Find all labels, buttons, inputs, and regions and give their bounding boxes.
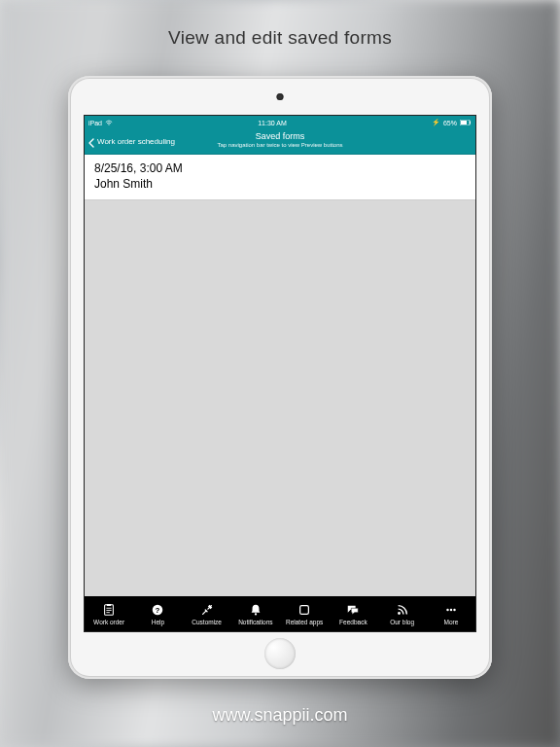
- svg-rect-2: [461, 121, 467, 124]
- more-icon: [443, 602, 459, 618]
- wifi-icon: [105, 120, 113, 126]
- tab-label: Feedback: [339, 619, 368, 625]
- tab-notifications[interactable]: Notifications: [231, 596, 280, 631]
- tools-icon: [199, 602, 215, 618]
- tab-related-apps[interactable]: Related apps: [280, 596, 329, 631]
- tab-label: Our blog: [390, 619, 414, 625]
- content-area[interactable]: 8/25/16, 3:00 AM John Smith: [85, 155, 475, 596]
- camera-dot: [277, 93, 284, 100]
- tab-label: Work order: [93, 619, 124, 625]
- svg-point-10: [255, 613, 257, 615]
- carrier-label: iPad: [88, 120, 102, 126]
- list-item-primary: 8/25/16, 3:00 AM: [94, 160, 466, 176]
- tab-feedback[interactable]: Feedback: [329, 596, 377, 631]
- chat-icon: [345, 602, 361, 618]
- home-button[interactable]: [264, 638, 296, 669]
- svg-rect-4: [107, 604, 111, 606]
- tab-our-blog[interactable]: Our blog: [378, 596, 427, 631]
- app-icon: [297, 602, 312, 618]
- nav-title-group: Saved forms Tap navigation bar twice to …: [217, 131, 342, 149]
- bell-icon: [248, 602, 263, 618]
- battery-icon: [460, 120, 472, 125]
- tab-help[interactable]: ? Help: [133, 596, 182, 631]
- battery-label: 65%: [443, 120, 457, 126]
- nav-bar[interactable]: Work order scheduling Saved forms Tap na…: [85, 129, 475, 155]
- tablet-frame: iPad 11:30 AM ⚡ 65% Work order schedulin…: [68, 76, 492, 679]
- nav-title: Saved forms: [217, 131, 342, 141]
- tab-label: More: [443, 619, 458, 625]
- svg-point-15: [453, 609, 455, 611]
- clipboard-icon: [101, 602, 117, 618]
- tab-bar: Work order ? Help Customize Notification…: [85, 596, 475, 631]
- svg-rect-1: [470, 122, 471, 124]
- svg-point-14: [450, 609, 452, 611]
- tab-more[interactable]: More: [427, 596, 475, 631]
- footer-url: www.snappii.com: [0, 705, 560, 726]
- nav-subtitle: Tap navigation bar twice to view Preview…: [217, 141, 342, 149]
- hero-headline: View and edit saved forms: [0, 27, 560, 49]
- tab-label: Notifications: [238, 619, 272, 625]
- list-item-secondary: John Smith: [94, 176, 466, 192]
- list-item[interactable]: 8/25/16, 3:00 AM John Smith: [85, 155, 475, 200]
- rss-icon: [395, 602, 410, 618]
- help-icon: ?: [150, 602, 165, 618]
- status-bar: iPad 11:30 AM ⚡ 65%: [85, 116, 475, 129]
- svg-point-12: [398, 612, 401, 615]
- tab-label: Customize: [192, 619, 222, 625]
- status-time: 11:30 AM: [258, 120, 287, 126]
- tab-label: Related apps: [286, 619, 323, 625]
- svg-text:?: ?: [156, 606, 160, 615]
- tab-work-order[interactable]: Work order: [85, 596, 133, 631]
- back-button[interactable]: Work order scheduling: [85, 137, 175, 146]
- svg-rect-11: [300, 606, 309, 615]
- back-label: Work order scheduling: [97, 137, 175, 146]
- tab-customize[interactable]: Customize: [183, 596, 231, 631]
- svg-point-13: [446, 609, 448, 611]
- device-screen: iPad 11:30 AM ⚡ 65% Work order schedulin…: [84, 115, 476, 632]
- charging-icon: ⚡: [432, 119, 440, 126]
- chevron-left-icon: [88, 138, 95, 146]
- tab-label: Help: [152, 619, 164, 625]
